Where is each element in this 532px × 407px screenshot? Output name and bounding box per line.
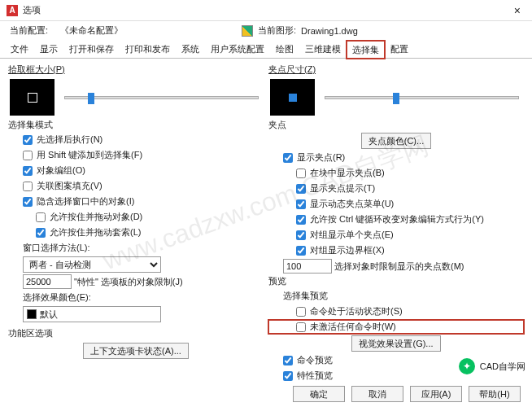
tab-open-save[interactable]: 打开和保存 [63, 40, 120, 58]
window-select-label: 窗口选择方法(L): [8, 241, 264, 255]
cb-noun-verb[interactable]: 先选择后执行(N) [8, 133, 264, 147]
cb-implied-window[interactable]: 隐含选择窗口中的对象(I) [8, 195, 264, 208]
cb-group-bbox[interactable]: 对组显示边界框(X) [268, 243, 524, 257]
cb-cmd-active[interactable]: 命令处于活动状态时(S) [268, 304, 524, 318]
current-drawing-value: Drawing1.dwg [301, 26, 358, 36]
cb-allow-drag[interactable]: 允许按住并拖动对象(D) [8, 210, 264, 224]
pickbox-slider[interactable] [64, 96, 259, 99]
pickbox-size-label: 拾取框大小(P) [8, 63, 264, 76]
cb-grip-tips[interactable]: 显示夹点提示(T) [268, 182, 524, 195]
cb-shift-add[interactable]: 用 Shift 键添加到选择集(F) [8, 148, 264, 162]
palette-limit-input[interactable] [23, 274, 72, 289]
current-profile-label: 当前配置: [10, 24, 55, 37]
ok-button[interactable]: 确定 [293, 386, 345, 402]
profile-row: 当前配置: 《未命名配置》 当前图形: Drawing1.dwg [0, 21, 532, 40]
tab-user[interactable]: 用户系统配置 [205, 40, 270, 58]
cb-hatch-assoc[interactable]: 关联图案填充(V) [8, 179, 264, 193]
cb-ctrl-cycle[interactable]: 允许按 Ctrl 键循环改变对象编辑方式行为(Y) [268, 212, 524, 226]
apply-button[interactable]: 应用(A) [410, 386, 462, 402]
dialog-footer: 确定 取消 应用(A) 帮助(H) [11, 386, 521, 402]
grip-preview [270, 79, 315, 116]
current-profile-value: 《未命名配置》 [60, 24, 123, 37]
drawing-icon [242, 25, 253, 37]
grips-label: 夹点 [268, 119, 524, 131]
ribbon-options-label: 功能区选项 [8, 327, 264, 339]
tab-drafting[interactable]: 绘图 [270, 40, 299, 58]
preview-section-label: 预览 [268, 275, 524, 287]
tab-3d[interactable]: 三维建模 [299, 40, 347, 58]
sel-preview-label: 选择集预览 [268, 289, 524, 303]
grip-size-label: 夹点尺寸(Z) [268, 63, 524, 76]
window-select-dropdown[interactable]: 两者 - 自动检测 [23, 256, 161, 273]
cb-dyn-grip-menu[interactable]: 显示动态夹点菜单(U) [268, 197, 524, 211]
help-button[interactable]: 帮助(H) [469, 386, 521, 402]
grip-limit-label: 选择对象时限制显示的夹点数(M) [334, 260, 464, 274]
palette-limit-label: "特性" 选项板的对象限制(J) [74, 275, 183, 289]
close-icon[interactable]: × [509, 2, 525, 19]
sel-effect-color-dropdown[interactable]: 默认 [23, 306, 161, 322]
selection-mode-label: 选择集模式 [8, 119, 264, 131]
cancel-button[interactable]: 取消 [351, 386, 403, 402]
tab-bar: 文件 显示 打开和保存 打印和发布 系统 用户系统配置 绘图 三维建模 选择集 … [0, 40, 532, 59]
cb-show-grips[interactable]: 显示夹点(R) [268, 151, 524, 164]
cb-allow-lasso[interactable]: 允许按住并拖动套索(L) [8, 225, 264, 239]
window-title: 选项 [23, 4, 41, 16]
pickbox-preview [10, 79, 55, 116]
sel-effect-color-label: 选择效果颜色(E): [8, 291, 264, 304]
grip-limit-input[interactable] [283, 259, 332, 274]
titlebar: A 选项 × [0, 0, 532, 21]
cb-object-group[interactable]: 对象编组(O) [8, 164, 264, 177]
tab-system[interactable]: 系统 [176, 40, 205, 58]
app-logo-icon: A [7, 5, 18, 16]
cb-grips-in-block[interactable]: 在块中显示夹点(B) [268, 166, 524, 180]
tab-display[interactable]: 显示 [34, 40, 63, 58]
grip-slider[interactable] [325, 96, 519, 99]
tab-selection[interactable]: 选择集 [347, 41, 385, 59]
tab-plot[interactable]: 打印和发布 [120, 40, 176, 58]
tab-profiles[interactable]: 配置 [385, 40, 414, 58]
current-drawing-label: 当前图形: [258, 24, 296, 37]
share-badge: ✦ CAD自学网 [459, 358, 525, 374]
grip-color-button[interactable]: 夹点颜色(C)... [361, 133, 431, 149]
wechat-icon: ✦ [459, 358, 475, 374]
context-tab-states-button[interactable]: 上下文选项卡状态(A)... [83, 343, 189, 359]
cb-single-grip-group[interactable]: 对组显示单个夹点(E) [268, 228, 524, 242]
visual-effects-button[interactable]: 视觉效果设置(G)... [351, 335, 440, 352]
right-column: 夹点尺寸(Z) 夹点 夹点颜色(C)... 显示夹点(R) 在块中显示夹点(B)… [268, 63, 524, 383]
left-column: 拾取框大小(P) 选择集模式 先选择后执行(N) 用 Shift 键添加到选择集… [8, 63, 264, 383]
tab-file[interactable]: 文件 [5, 40, 34, 58]
cb-no-cmd[interactable]: 未激活任何命令时(W) [268, 320, 524, 334]
